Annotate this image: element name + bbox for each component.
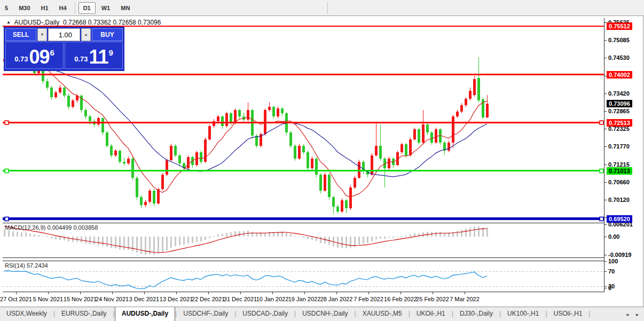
date-label: 13 Dec 2021 (160, 296, 193, 302)
chart-tab-usdx-weekly[interactable]: USDX,Weekly (0, 307, 53, 321)
buy-price-pipette: 9 (109, 42, 113, 64)
price-tick: 0.70660 (604, 179, 643, 186)
chart-window: ▲ AUDUSD-,Daily 0.72668 0.73362 0.72658 … (0, 15, 643, 307)
hline-handle[interactable] (5, 121, 9, 124)
rsi-axis-tick: 0 (604, 285, 643, 292)
date-label: 19 Jan 2022 (288, 296, 321, 302)
sell-price-prefix: 0.73 (14, 52, 28, 66)
date-tick (272, 292, 273, 294)
chart-tab-ukoil-h1[interactable]: UKOil-,H1 (410, 307, 452, 321)
chart-tab-uk100-h1[interactable]: UK100-,H1 (501, 307, 545, 321)
date-axis: 27 Oct 20215 Nov 202115 Nov 202124 Nov 2… (3, 292, 604, 307)
level-price-badge: 0.71013 (607, 167, 632, 175)
level-price-badge: 0.72513 (607, 119, 632, 127)
timeframe-toolbar: 5M30H1H4D1W1MN (0, 0, 644, 16)
chart-tab-usoil-h1[interactable]: USOil-,H1 (547, 307, 589, 321)
price-axis[interactable]: 0.756250.750850.745300.739750.734200.728… (604, 16, 643, 292)
hline-handle[interactable] (5, 217, 9, 221)
date-tick (16, 292, 17, 294)
tab-scroll-left-icon[interactable]: ◂ (626, 311, 629, 317)
date-tick (80, 292, 81, 294)
volume-input[interactable] (48, 28, 80, 41)
date-tick (433, 292, 433, 294)
chart-tab-eurusd-daily[interactable]: EURUSD-,Daily (55, 307, 113, 321)
date-tick (465, 292, 465, 294)
tab-scroll-right-icon[interactable]: ▸ (636, 311, 639, 317)
timeframe-button-m30[interactable]: M30 (14, 2, 35, 14)
date-tick (48, 292, 49, 294)
chart-tab-usdchf-daily[interactable]: USDCHF-,Daily (177, 307, 234, 321)
macd-axis-tick: 0.00 (604, 233, 643, 240)
sell-price-pipette: 6 (50, 42, 54, 64)
date-label: 27 Oct 2021 (0, 296, 32, 302)
chart-tab-usdcad-daily[interactable]: USDCAD-,Daily (236, 307, 294, 321)
sell-price-big: 09 (29, 48, 49, 66)
date-tick (336, 292, 337, 294)
volume-increase-button[interactable]: ▲ (81, 28, 91, 41)
price-tick: 0.75085 (604, 37, 643, 44)
price-tick: 0.74530 (604, 54, 643, 61)
hline-handle[interactable] (5, 169, 9, 173)
level-price-badge: 0.69520 (607, 215, 632, 223)
date-label: 3 Dec 2021 (129, 296, 159, 302)
date-label: 7 Mar 2022 (450, 296, 480, 302)
volume-decrease-button[interactable]: ▼ (37, 28, 47, 41)
timeframe-button-h4[interactable]: H4 (54, 2, 72, 14)
chart-tab-dj30-daily[interactable]: DJ30-,Daily (453, 307, 499, 321)
rsi-value: 57.2434 (27, 262, 48, 269)
chart-symbol-label: AUDUSD-,Daily (14, 19, 60, 26)
date-label: 22 Dec 2021 (192, 296, 225, 302)
hline-handle[interactable] (600, 169, 603, 173)
rsi-axis-tick: 70 (604, 268, 643, 275)
hline-handle[interactable] (600, 217, 603, 221)
rsi-axis-tick: 100 (604, 258, 643, 265)
date-label: 28 Jan 2022 (320, 296, 353, 302)
chart-tab-audusd-daily[interactable]: AUDUSD-,Daily (115, 307, 175, 321)
date-tick (304, 292, 305, 294)
date-label: 24 Nov 2021 (96, 296, 129, 302)
date-tick (208, 292, 209, 294)
current-price-badge: 0.73096 (607, 100, 632, 107)
buy-price-prefix: 0.73 (74, 52, 88, 66)
timeframe-button-h1[interactable]: H1 (36, 2, 53, 14)
price-tick: 0.72325 (604, 126, 643, 132)
chart-ohlc-values: 0.72668 0.73362 0.72658 0.73096 (63, 19, 161, 26)
rsi-label: RSI(14) 57.2434 (5, 262, 48, 269)
mt4-terminal: { "toolbar": { "timeframes": [ {"label":… (0, 0, 644, 321)
date-tick (144, 292, 145, 294)
timeframe-button-w1[interactable]: W1 (97, 2, 115, 14)
chart-tab-usdcnh-daily[interactable]: USDCNH-,Daily (296, 307, 354, 321)
date-label: 7 Feb 2022 (354, 296, 383, 302)
buy-price-big: 11 (89, 48, 108, 66)
hline-handle[interactable] (600, 121, 603, 124)
date-tick (400, 292, 401, 294)
price-tick: 0.72865 (604, 108, 643, 115)
one-click-trading-panel: SELL ▼ ▲ BUY 0.73 09 6 0.73 11 9 (4, 27, 124, 71)
macd-values: 0.004499 0.003858 (47, 224, 98, 231)
date-tick (176, 292, 177, 294)
rsi-indicator-canvas[interactable] (3, 261, 604, 292)
tab-separator: | (589, 307, 591, 321)
sell-quote[interactable]: 0.73 09 6 (5, 42, 64, 69)
date-label: 25 Feb 2022 (416, 296, 449, 302)
price-tick: 0.73420 (604, 90, 643, 97)
date-label: 5 Nov 2021 (33, 296, 63, 302)
date-tick (368, 292, 369, 294)
macd-label: MACD(12,26,9) 0.004499 0.003858 (5, 224, 98, 231)
date-label: 16 Feb 2022 (384, 296, 417, 302)
buy-button[interactable]: BUY (92, 28, 123, 41)
price-tick: 0.71770 (604, 143, 643, 150)
level-price-badge: 0.74002 (607, 71, 632, 79)
collapse-triangle-icon[interactable]: ▲ (6, 20, 11, 25)
date-tick (112, 292, 113, 294)
date-label: 15 Nov 2021 (64, 296, 97, 302)
tab-scroll-controls: ◂ ▸ (626, 307, 644, 321)
sell-button[interactable]: SELL (5, 28, 36, 41)
timeframe-button-d1[interactable]: D1 (78, 2, 96, 14)
date-label: 31 Dec 2021 (224, 296, 257, 302)
buy-quote[interactable]: 0.73 11 9 (65, 42, 123, 69)
timeframe-button-mn[interactable]: MN (116, 2, 135, 14)
chart-tab-xauusd-m5[interactable]: XAUUSD-,M5 (356, 307, 409, 321)
date-tick (240, 292, 241, 294)
timeframe-button-5[interactable]: 5 (0, 2, 13, 14)
